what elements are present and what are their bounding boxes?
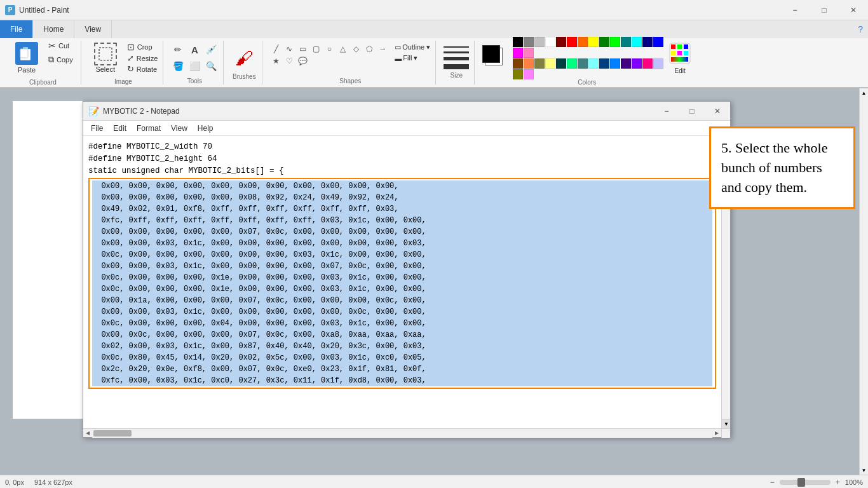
copy-icon: ⧉ bbox=[48, 55, 54, 65]
edit-colors-button[interactable] bbox=[668, 42, 691, 67]
notepad-hscroll-thumb[interactable] bbox=[93, 430, 132, 437]
color-olive[interactable] bbox=[534, 58, 545, 69]
size-label: 914 x 627px bbox=[34, 478, 72, 486]
fill-tool[interactable]: 🪣 bbox=[171, 59, 185, 73]
fill-button[interactable]: ▬ Fill ▾ bbox=[395, 54, 430, 62]
brushes-label: Brushes bbox=[233, 73, 256, 80]
color-red[interactable] bbox=[567, 37, 577, 47]
notepad-menu-help[interactable]: Help bbox=[193, 121, 219, 136]
color-purple[interactable] bbox=[621, 58, 631, 69]
size-line-3[interactable] bbox=[444, 57, 469, 60]
line-shape[interactable]: ╱ bbox=[270, 43, 281, 55]
color-lightpink[interactable] bbox=[524, 69, 534, 79]
text-tool[interactable]: A bbox=[187, 43, 201, 57]
eraser-tool[interactable]: ⬜ bbox=[187, 59, 201, 73]
rect-shape[interactable]: ▭ bbox=[297, 43, 308, 55]
size-line-2[interactable] bbox=[444, 51, 469, 53]
clipboard-label: Clipboard bbox=[29, 79, 57, 86]
notepad-close-btn[interactable]: ✕ bbox=[705, 102, 730, 121]
color-silver[interactable] bbox=[534, 37, 545, 47]
color-darkyellow[interactable] bbox=[513, 69, 523, 79]
color-violet[interactable] bbox=[632, 58, 642, 69]
crop-button[interactable]: ⊡ Crop bbox=[127, 42, 158, 52]
color-black[interactable] bbox=[513, 37, 523, 47]
color-green[interactable] bbox=[610, 37, 620, 47]
notepad-text-area[interactable]: #define MYBOTIC_2_width 70 #define MYBOT… bbox=[83, 136, 721, 428]
color-orange[interactable] bbox=[578, 37, 588, 47]
notepad-scroll-down-btn[interactable]: ▼ bbox=[722, 419, 730, 428]
notepad-menu-edit[interactable]: Edit bbox=[108, 121, 132, 136]
notepad-menu-view[interactable]: View bbox=[166, 121, 193, 136]
notepad-minimize-btn[interactable]: − bbox=[654, 102, 679, 121]
color-dodgerblue[interactable] bbox=[610, 58, 620, 69]
paint-minimize-btn[interactable]: − bbox=[780, 0, 810, 20]
help-icon[interactable]: ? bbox=[858, 24, 863, 34]
foreground-color-swatch[interactable] bbox=[482, 45, 500, 63]
pencil-tool[interactable]: ✏ bbox=[171, 43, 185, 57]
brushes-button[interactable]: 🖌 bbox=[231, 45, 257, 71]
size-line-4[interactable] bbox=[444, 64, 469, 69]
triangle-shape[interactable]: △ bbox=[337, 43, 348, 55]
notepad-maximize-btn[interactable]: □ bbox=[679, 102, 705, 121]
eyedropper-tool[interactable]: 💉 bbox=[204, 43, 218, 57]
color-white[interactable] bbox=[545, 37, 555, 47]
copy-button[interactable]: ⧉ Copy bbox=[46, 53, 76, 66]
color-cyan[interactable] bbox=[632, 37, 642, 47]
ribbon-content: Paste ✂ Cut ⧉ Copy Clipboard bbox=[0, 38, 868, 88]
color-darkteal[interactable] bbox=[556, 58, 566, 69]
rotate-button[interactable]: ↻ Rotate bbox=[127, 64, 158, 74]
outline-button[interactable]: ▭ Outline ▾ bbox=[395, 43, 430, 51]
color-darkgreen[interactable] bbox=[599, 37, 609, 47]
paste-button[interactable]: Paste bbox=[10, 39, 43, 76]
curve-shape[interactable]: ∿ bbox=[283, 43, 295, 55]
notepad-menu-file[interactable]: File bbox=[86, 121, 108, 136]
color-magenta[interactable] bbox=[513, 48, 523, 58]
magnify-tool[interactable]: 🔍 bbox=[204, 59, 218, 73]
color-gray[interactable] bbox=[524, 37, 534, 47]
size-line-1[interactable] bbox=[444, 46, 469, 48]
color-slategray[interactable] bbox=[578, 58, 588, 69]
color-brown[interactable] bbox=[513, 58, 523, 69]
notepad-hscroll-left[interactable]: ◀ bbox=[83, 429, 92, 438]
paint-scroll-down[interactable]: ▼ bbox=[860, 466, 869, 475]
tab-view[interactable]: View bbox=[74, 20, 112, 38]
color-navy[interactable] bbox=[642, 37, 653, 47]
color-darkred[interactable] bbox=[556, 37, 566, 47]
heart-shape[interactable]: ♡ bbox=[283, 55, 295, 67]
roundrect-shape[interactable]: ▢ bbox=[310, 43, 322, 55]
crop-label: Crop bbox=[137, 43, 153, 51]
pentagon-shape[interactable]: ⬠ bbox=[363, 43, 375, 55]
paint-window-controls: − □ ✕ bbox=[780, 0, 868, 20]
paint-maximize-btn[interactable]: □ bbox=[810, 0, 839, 20]
zoom-in-btn[interactable]: + bbox=[836, 478, 840, 487]
color-teal[interactable] bbox=[621, 37, 631, 47]
select-button[interactable]: Select bbox=[89, 40, 122, 76]
paste-label: Paste bbox=[18, 66, 36, 74]
color-lightorange[interactable] bbox=[524, 58, 534, 69]
zoom-slider-thumb[interactable] bbox=[797, 478, 805, 487]
notepad-menu-format[interactable]: Format bbox=[132, 121, 166, 136]
arrow-shape[interactable]: → bbox=[377, 43, 388, 55]
color-lightcyan[interactable] bbox=[588, 58, 599, 69]
star-shape[interactable]: ★ bbox=[270, 55, 281, 67]
color-blue[interactable] bbox=[653, 37, 663, 47]
tab-home[interactable]: Home bbox=[33, 20, 74, 38]
paint-close-btn[interactable]: ✕ bbox=[839, 0, 868, 20]
ellipse-shape[interactable]: ○ bbox=[323, 43, 335, 55]
callout-shape[interactable]: 💬 bbox=[297, 55, 308, 67]
color-steelblue[interactable] bbox=[599, 58, 609, 69]
color-mint[interactable] bbox=[567, 58, 577, 69]
color-pink[interactable] bbox=[524, 48, 534, 58]
paint-scroll-up[interactable]: ▲ bbox=[860, 88, 869, 97]
color-hotpink[interactable] bbox=[642, 58, 653, 69]
resize-button[interactable]: ⤢ Resize bbox=[127, 53, 158, 63]
zoom-out-btn[interactable]: − bbox=[770, 478, 775, 487]
resize-label: Resize bbox=[137, 55, 158, 62]
rhombus-shape[interactable]: ◇ bbox=[350, 43, 362, 55]
color-yellow[interactable] bbox=[588, 37, 599, 47]
color-lavender[interactable] bbox=[653, 58, 663, 69]
color-lightyellow[interactable] bbox=[545, 58, 555, 69]
cut-button[interactable]: ✂ Cut bbox=[46, 39, 76, 52]
notepad-hscroll-right[interactable]: ▶ bbox=[712, 429, 721, 438]
tab-file[interactable]: File bbox=[0, 20, 33, 38]
